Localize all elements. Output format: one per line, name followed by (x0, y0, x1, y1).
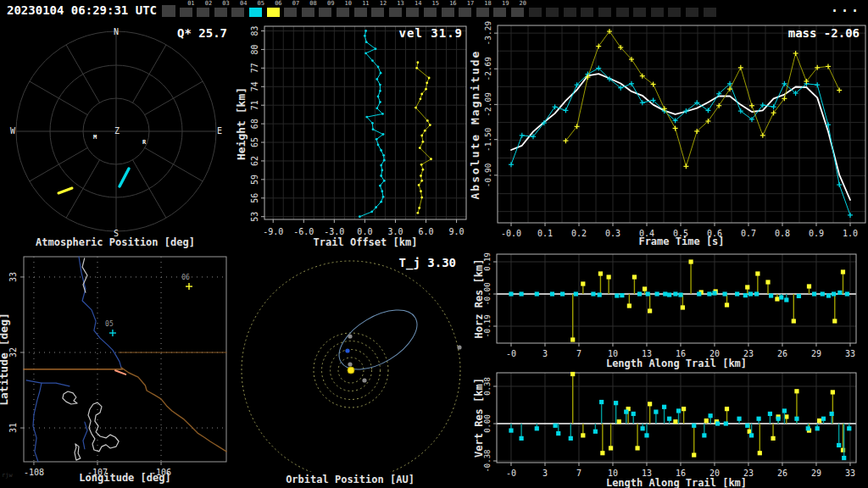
earth-dot (345, 348, 349, 352)
data-point (768, 412, 772, 416)
data-point (797, 294, 801, 298)
data-point (569, 436, 573, 441)
data-point (648, 402, 652, 406)
data-point (599, 400, 604, 404)
axis-title-x: Length Along Trail [km] (606, 477, 747, 488)
data-point (784, 297, 788, 302)
x-tick: -0 (506, 469, 516, 478)
data-point (845, 291, 849, 296)
y-tick: 59 (250, 175, 259, 185)
data-point (364, 52, 367, 54)
plot-frame (497, 254, 856, 343)
data-point (842, 456, 846, 460)
map-marker-06: 06 (181, 274, 192, 290)
data-point (424, 130, 426, 132)
y-tick: 68 (250, 119, 259, 129)
data-point (430, 158, 432, 160)
x-tick: 26 (777, 349, 787, 358)
axis-title-y: Vert Res [km] (473, 378, 485, 458)
data-point (792, 319, 796, 323)
data-point (379, 185, 381, 187)
compass-w: W (10, 126, 16, 136)
data-point (383, 159, 386, 162)
x-tick: 33 (845, 469, 855, 478)
y-tick: 80 (250, 44, 259, 54)
data-point (375, 206, 377, 208)
meteoroid-orbit (329, 298, 426, 382)
compass-n: N (114, 27, 119, 36)
data-point (371, 122, 374, 125)
data-point (519, 291, 523, 296)
axis-title-x: Trail Offset [km] (314, 236, 418, 248)
data-point (380, 149, 382, 152)
data-point (648, 308, 652, 313)
data-point (712, 291, 716, 295)
data-point (722, 291, 726, 296)
data-point (419, 147, 421, 149)
data-point (831, 390, 835, 394)
panel-ground-map: 0506-108-107-106333231Longitude [deg]Lat… (0, 257, 226, 484)
data-point (692, 452, 696, 457)
data-point (429, 124, 431, 126)
x-tick: 29 (811, 469, 821, 478)
data-point (383, 180, 386, 182)
x-tick: 0.2 (571, 229, 587, 238)
data-point (692, 424, 696, 428)
axis-title-y: Height [km] (235, 87, 248, 160)
axis-title-y: Absolute Magnitude (469, 50, 481, 200)
data-point (643, 286, 647, 291)
data-point (667, 292, 671, 297)
data-point (725, 302, 729, 307)
data-point (420, 180, 423, 182)
data-point (830, 412, 834, 416)
river-mid (83, 422, 87, 449)
y-tick: -2.09 (483, 92, 492, 117)
y-tick: -0.90 (483, 163, 492, 187)
data-point (755, 271, 760, 275)
series-cam06 (415, 61, 432, 214)
y-tick: -3.29 (483, 21, 492, 46)
data-point (724, 421, 728, 425)
data-point (632, 274, 637, 279)
x-tick: -108 (24, 468, 44, 477)
panel-orbit: T_j 3.30Orbital Position [AU] (242, 256, 462, 485)
data-point (598, 271, 603, 275)
series-cam05 (509, 400, 851, 460)
data-point (646, 291, 650, 296)
data-point (847, 426, 851, 430)
data-point (380, 72, 382, 75)
data-point (426, 119, 429, 122)
series-cam06 (570, 372, 845, 458)
data-point (745, 424, 749, 428)
data-point (678, 292, 682, 297)
data-point (415, 67, 418, 69)
data-point (535, 291, 539, 296)
data-point (377, 96, 380, 98)
meteor-streak-05 (120, 169, 129, 186)
river-rio-grande (79, 257, 121, 368)
dashboard-canvas: NSWEZMRQ* 25.7Atmospheric Position [deg]… (0, 0, 868, 488)
data-point (382, 133, 385, 136)
data-point (376, 138, 378, 141)
data-point (725, 407, 729, 411)
data-point (765, 280, 770, 284)
data-point (593, 430, 598, 434)
data-point (570, 337, 575, 341)
data-point (376, 107, 378, 109)
axis-title-x: Atmospheric Position [deg] (36, 236, 195, 248)
data-point (377, 144, 380, 147)
marker-label: 05 (105, 320, 114, 328)
data-point (743, 293, 748, 297)
x-tick: 0.9 (809, 229, 824, 238)
series-cam06 (570, 259, 845, 341)
data-point (418, 184, 420, 186)
data-point (519, 436, 523, 441)
y-tick: 53 (250, 212, 259, 222)
y-tick: -1.50 (483, 127, 492, 152)
watermark: rjw (2, 472, 13, 479)
panel-horz-res: -03710131620232629330.19-0.00-0.19Length… (473, 252, 856, 369)
data-point (832, 291, 836, 296)
data-point (376, 78, 378, 80)
data-point (371, 59, 374, 62)
data-point (379, 101, 381, 103)
